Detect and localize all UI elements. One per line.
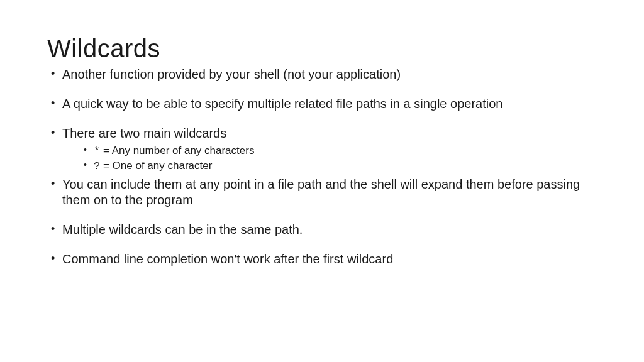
list-item: Command line completion won't work after… <box>47 251 597 267</box>
list-item: Multiple wildcards can be in the same pa… <box>47 222 597 238</box>
sub-list-item: ? = One of any character <box>81 159 597 174</box>
list-item: A quick way to be able to specify multip… <box>47 96 597 112</box>
slide-title: Wildcards <box>47 35 597 63</box>
sub-list-text: = One of any character <box>100 160 212 172</box>
list-item: You can include them at any point in a f… <box>47 177 597 208</box>
sub-bullet-list: * = Any number of any characters ? = One… <box>62 144 597 174</box>
list-item-text: There are two main wildcards <box>62 126 226 140</box>
code-char: ? <box>94 160 100 172</box>
sub-list-text: = Any number of any characters <box>100 145 254 156</box>
sub-list-item: * = Any number of any characters <box>81 144 597 159</box>
list-item: Another function provided by your shell … <box>47 67 597 82</box>
list-item: There are two main wildcards * = Any num… <box>47 126 597 174</box>
code-char: * <box>94 145 100 157</box>
bullet-list: Another function provided by your shell … <box>47 67 597 267</box>
